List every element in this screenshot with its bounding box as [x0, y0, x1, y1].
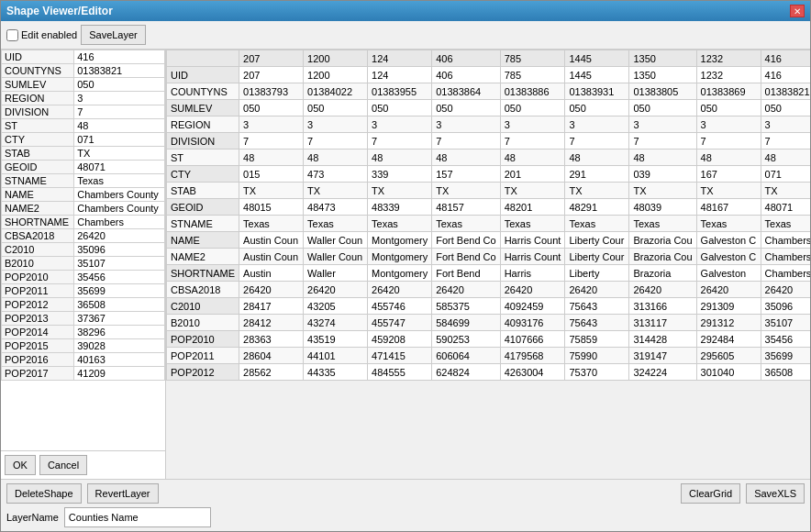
right-row-cell[interactable]: 050 — [500, 100, 565, 116]
right-row-cell[interactable]: Montgomery — [368, 232, 432, 249]
edit-enabled-label[interactable]: Edit enabled — [6, 29, 77, 41]
delete-shape-button[interactable]: DeleteShape — [6, 483, 82, 504]
right-row-cell[interactable]: Galveston C — [696, 232, 761, 249]
right-row-cell[interactable]: TX — [432, 183, 500, 199]
left-table-row[interactable]: SHORTNAMEChambers — [2, 216, 165, 229]
right-row-cell[interactable]: 7 — [304, 133, 368, 150]
right-row-cell[interactable]: 48039 — [629, 199, 696, 216]
right-row-cell[interactable]: 473 — [304, 166, 368, 183]
right-row-cell[interactable]: 7 — [761, 133, 810, 150]
right-row-cell[interactable]: 48 — [629, 150, 696, 166]
right-row-cell[interactable]: 455746 — [368, 298, 432, 315]
right-row-cell[interactable]: 3 — [368, 116, 432, 133]
right-row-cell[interactable]: 314428 — [629, 331, 696, 348]
right-row-cell[interactable]: 7 — [565, 133, 629, 150]
right-row-cell[interactable]: 26420 — [239, 282, 304, 298]
right-row-cell[interactable]: 75643 — [565, 298, 629, 315]
right-row-cell[interactable]: 48 — [696, 150, 761, 166]
right-row-cell[interactable]: 4263004 — [500, 364, 565, 381]
right-row-cell[interactable]: Texas — [304, 216, 368, 232]
right-row-cell[interactable]: Harris — [500, 265, 565, 282]
right-row-cell[interactable]: 406 — [432, 67, 500, 83]
right-row-cell[interactable]: Harris Count — [500, 249, 565, 265]
right-row-cell[interactable]: 291309 — [696, 298, 761, 315]
left-table-row[interactable]: DIVISION7 — [2, 105, 165, 119]
right-row-cell[interactable]: 01383864 — [432, 83, 500, 100]
right-row-cell[interactable]: 48 — [368, 150, 432, 166]
revert-layer-button[interactable]: RevertLayer — [87, 483, 159, 504]
right-row-cell[interactable]: 319147 — [629, 348, 696, 364]
left-table-row[interactable]: POP201640163 — [2, 353, 165, 367]
right-row-cell[interactable]: 43274 — [304, 315, 368, 331]
right-row-cell[interactable]: 28604 — [239, 348, 304, 364]
right-row-cell[interactable]: 48291 — [565, 199, 629, 216]
right-row-cell[interactable]: 207 — [239, 67, 304, 83]
right-row-cell[interactable]: 43205 — [304, 298, 368, 315]
left-table-row[interactable]: POP201135699 — [2, 284, 165, 298]
right-row-cell[interactable]: 7 — [500, 133, 565, 150]
right-row-cell[interactable]: 050 — [239, 100, 304, 116]
right-row-cell[interactable]: 4107666 — [500, 331, 565, 348]
right-row-cell[interactable]: 313117 — [629, 315, 696, 331]
right-row-cell[interactable]: 48157 — [432, 199, 500, 216]
right-row-cell[interactable]: 01383955 — [368, 83, 432, 100]
right-row-cell[interactable]: 44335 — [304, 364, 368, 381]
right-row-cell[interactable]: 167 — [696, 166, 761, 183]
right-row-cell[interactable]: 26420 — [761, 282, 810, 298]
right-row-cell[interactable]: Texas — [368, 216, 432, 232]
right-row-cell[interactable]: 48473 — [304, 199, 368, 216]
right-row-cell[interactable]: 050 — [761, 100, 810, 116]
right-row-cell[interactable]: 48339 — [368, 199, 432, 216]
right-row-cell[interactable]: 1350 — [629, 67, 696, 83]
right-row-cell[interactable]: Texas — [239, 216, 304, 232]
right-row-cell[interactable]: Texas — [500, 216, 565, 232]
right-row-cell[interactable]: 48 — [565, 150, 629, 166]
right-row-cell[interactable]: Chambers C — [761, 232, 810, 249]
left-table-row[interactable]: REGION3 — [2, 92, 165, 105]
right-row-cell[interactable]: 48 — [239, 150, 304, 166]
right-row-cell[interactable]: 48015 — [239, 199, 304, 216]
right-row-cell[interactable]: 3 — [500, 116, 565, 133]
right-row-cell[interactable]: 455747 — [368, 315, 432, 331]
right-row-cell[interactable]: Montgomery — [368, 249, 432, 265]
right-row-cell[interactable]: 01383886 — [500, 83, 565, 100]
right-row-cell[interactable]: TX — [761, 183, 810, 199]
right-row-cell[interactable]: Chambers C — [761, 249, 810, 265]
right-row-cell[interactable]: 28363 — [239, 331, 304, 348]
left-table-row[interactable]: CBSA201826420 — [2, 229, 165, 243]
left-table-row[interactable]: SUMLEV050 — [2, 78, 165, 92]
right-row-cell[interactable]: 071 — [761, 166, 810, 183]
right-row-cell[interactable]: 157 — [432, 166, 500, 183]
right-row-cell[interactable]: 050 — [368, 100, 432, 116]
right-row-cell[interactable]: Liberty Cour — [565, 232, 629, 249]
right-row-cell[interactable]: 324224 — [629, 364, 696, 381]
right-row-cell[interactable]: 28417 — [239, 298, 304, 315]
right-row-cell[interactable]: 48 — [761, 150, 810, 166]
right-row-cell[interactable]: 484555 — [368, 364, 432, 381]
right-row-cell[interactable]: 339 — [368, 166, 432, 183]
right-row-cell[interactable]: 4092459 — [500, 298, 565, 315]
left-table-row[interactable]: NAMEChambers County — [2, 188, 165, 202]
right-row-cell[interactable]: 050 — [629, 100, 696, 116]
right-row-cell[interactable]: 459208 — [368, 331, 432, 348]
right-row-cell[interactable]: Montgomery — [368, 265, 432, 282]
right-row-cell[interactable]: 26420 — [304, 282, 368, 298]
left-table-row[interactable]: B201035107 — [2, 257, 165, 271]
right-row-cell[interactable]: 7 — [696, 133, 761, 150]
right-row-cell[interactable]: 44101 — [304, 348, 368, 364]
right-row-cell[interactable]: 35699 — [761, 348, 810, 364]
right-row-cell[interactable]: 1445 — [565, 67, 629, 83]
right-row-cell[interactable]: 1232 — [696, 67, 761, 83]
right-row-cell[interactable]: 201 — [500, 166, 565, 183]
left-table-row[interactable]: POP201337367 — [2, 312, 165, 326]
layer-name-input[interactable] — [64, 507, 211, 527]
right-row-cell[interactable]: 48 — [304, 150, 368, 166]
right-row-cell[interactable]: Texas — [761, 216, 810, 232]
right-row-cell[interactable]: 35107 — [761, 315, 810, 331]
right-row-cell[interactable]: 416 — [761, 67, 810, 83]
right-row-cell[interactable]: 48 — [500, 150, 565, 166]
right-row-cell[interactable]: 039 — [629, 166, 696, 183]
right-row-cell[interactable]: 26420 — [696, 282, 761, 298]
right-row-cell[interactable]: TX — [696, 183, 761, 199]
left-table-row[interactable]: COUNTYNS01383821 — [2, 64, 165, 78]
